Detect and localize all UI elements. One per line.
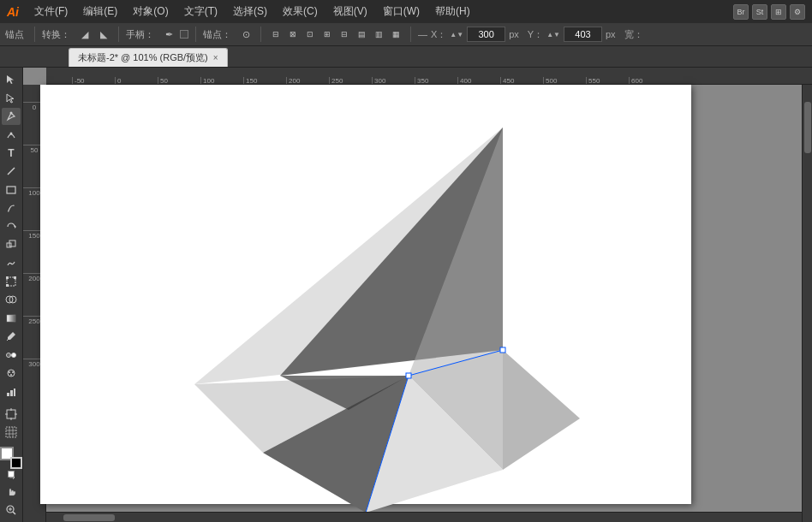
svg-point-21: [10, 374, 12, 376]
stroke-box[interactable]: [10, 457, 22, 469]
anchor-label: 锚点: [5, 28, 24, 41]
hand-tool[interactable]: [2, 483, 21, 500]
anchor-type-icon[interactable]: ⊙: [238, 27, 254, 42]
grid-icon[interactable]: ⊞: [771, 4, 786, 20]
tab-bar: 未标题-2* @ 101% (RGB/预览) ×: [0, 46, 812, 68]
menu-view[interactable]: 视图(V): [328, 3, 373, 21]
artboard-tool[interactable]: [2, 406, 21, 423]
svg-rect-8: [6, 276, 9, 279]
left-toolbar: T: [0, 68, 23, 522]
handle-align-icon[interactable]: ✒: [161, 27, 176, 42]
ruler-horizontal: -50 0 50 100 150 200 250 300 350 400 450…: [46, 68, 812, 85]
align-middle-icon[interactable]: ⊟: [337, 27, 352, 42]
svg-line-2: [8, 168, 15, 175]
align-center-icon[interactable]: ⊠: [285, 27, 301, 42]
swap-icon[interactable]: [8, 471, 15, 478]
bridge-icon[interactable]: Br: [733, 4, 749, 20]
y-unit-label: px: [606, 29, 616, 39]
symbol-sprayer-tool[interactable]: [2, 365, 21, 382]
scrollbar-v-thumb[interactable]: [804, 102, 811, 153]
free-transform-tool[interactable]: [2, 273, 21, 290]
align-bottom-icon[interactable]: ▤: [354, 27, 369, 42]
top-right-icons: Br St ⊞ ⚙: [733, 4, 805, 20]
distribute-h-icon[interactable]: ▥: [371, 27, 386, 42]
pen-tool[interactable]: [2, 108, 21, 125]
sep4: [260, 27, 261, 42]
svg-marker-43: [503, 350, 580, 470]
menu-file[interactable]: 文件(F): [29, 3, 73, 21]
title-bar: Ai 文件(F) 编辑(E) 对象(O) 文字(T) 选择(S) 效果(C) 视…: [0, 0, 812, 23]
svg-line-32: [13, 512, 15, 514]
scrollbar-horizontal[interactable]: [46, 512, 812, 522]
width-label: 宽：: [624, 28, 643, 41]
svg-point-20: [12, 371, 14, 373]
menu-edit[interactable]: 编辑(E): [78, 3, 122, 21]
warp-tool[interactable]: [2, 254, 21, 271]
svg-rect-44: [406, 373, 411, 378]
svg-rect-23: [10, 390, 13, 396]
sep5: [410, 27, 411, 42]
stock-icon[interactable]: St: [752, 4, 767, 20]
x-up-icon: ▲▼: [450, 31, 463, 39]
ai-logo: Ai: [7, 5, 19, 19]
document-tab[interactable]: 未标题-2* @ 101% (RGB/预览) ×: [69, 48, 228, 67]
x-unit-label: px: [509, 29, 519, 39]
x-value-input[interactable]: [467, 27, 505, 42]
y-up-icon: ▲▼: [546, 31, 560, 39]
menu-help[interactable]: 帮助(H): [430, 3, 475, 21]
sep1: [34, 27, 35, 42]
curvature-tool[interactable]: [2, 126, 21, 143]
x-axis-label: X：: [431, 28, 446, 41]
zoom-tool[interactable]: [2, 501, 21, 519]
svg-rect-30: [6, 427, 16, 437]
tab-close-button[interactable]: ×: [213, 53, 218, 62]
menu-type[interactable]: 文字(T): [179, 3, 223, 21]
blend-tool[interactable]: [2, 347, 21, 364]
rotate-tool[interactable]: [2, 218, 21, 235]
sep3: [195, 27, 196, 42]
scrollbar-vertical[interactable]: [802, 85, 812, 522]
transform-label: 转换：: [42, 28, 70, 41]
sep2: [118, 27, 119, 42]
line-tool[interactable]: [2, 163, 21, 180]
handle-color-icon[interactable]: [180, 30, 188, 39]
gradient-tool[interactable]: [2, 310, 21, 327]
slice-tool[interactable]: [2, 424, 21, 441]
svg-rect-10: [6, 284, 9, 287]
paper-plane-artwork: [109, 119, 623, 522]
svg-rect-3: [7, 187, 15, 193]
menu-effect[interactable]: 效果(C): [278, 3, 323, 21]
fill-stroke-boxes[interactable]: [0, 447, 22, 469]
menu-select[interactable]: 选择(S): [228, 3, 272, 21]
search-icon[interactable]: ⚙: [790, 4, 805, 20]
selection-tool[interactable]: [2, 71, 21, 88]
svg-rect-24: [14, 389, 15, 396]
scrollbar-h-thumb[interactable]: [63, 514, 115, 521]
align-left-icon[interactable]: ⊟: [268, 27, 284, 42]
x-label: —: [418, 29, 427, 39]
eyedropper-tool[interactable]: [2, 328, 21, 345]
graph-tool[interactable]: [2, 383, 21, 400]
main-workspace: T: [0, 68, 812, 522]
svg-rect-22: [7, 393, 9, 396]
svg-line-14: [7, 339, 9, 341]
align-icons: ⊟ ⊠ ⊡ ⊞ ⊟ ▤ ▥ ▦: [268, 27, 403, 42]
pencil-tool[interactable]: [2, 199, 21, 217]
direct-selection-tool[interactable]: [2, 89, 21, 106]
shape-builder-tool[interactable]: [2, 291, 21, 308]
convert-smooth-icon[interactable]: ◣: [96, 27, 111, 42]
scale-tool[interactable]: [2, 236, 21, 253]
rect-tool[interactable]: [2, 181, 21, 199]
convert-corner-icon[interactable]: ◢: [77, 27, 93, 42]
drawing-canvas[interactable]: [40, 85, 691, 504]
align-right-icon[interactable]: ⊡: [302, 27, 318, 42]
type-tool[interactable]: T: [2, 145, 21, 162]
y-value-input[interactable]: [564, 27, 602, 42]
canvas-area[interactable]: -50 0 50 100 150 200 250 300 350 400 450…: [23, 68, 812, 522]
svg-rect-45: [500, 347, 505, 353]
handle-label: 手柄：: [126, 28, 154, 41]
align-top-icon[interactable]: ⊞: [319, 27, 335, 42]
menu-object[interactable]: 对象(O): [128, 3, 173, 21]
menu-window[interactable]: 窗口(W): [378, 3, 425, 21]
distribute-v-icon[interactable]: ▦: [388, 27, 403, 42]
